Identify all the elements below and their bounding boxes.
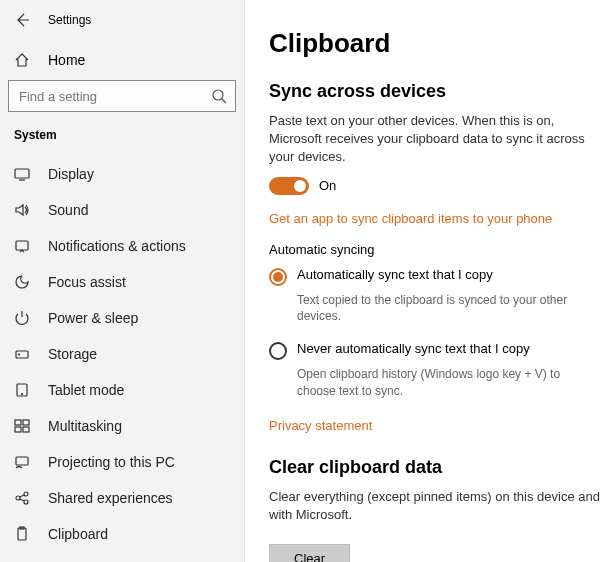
back-button[interactable] <box>14 12 30 28</box>
nav-label: Storage <box>48 346 97 362</box>
nav-item-clipboard[interactable]: Clipboard <box>0 516 244 552</box>
radio-icon <box>269 342 287 360</box>
sync-description: Paste text on your other devices. When t… <box>269 112 600 167</box>
clear-description: Clear everything (except pinned items) o… <box>269 488 600 524</box>
svg-rect-2 <box>16 241 28 250</box>
tablet-icon <box>14 382 32 398</box>
nav-label: Multitasking <box>48 418 122 434</box>
sidebar: Settings Home System Display Sound Notif… <box>0 0 245 562</box>
svg-rect-9 <box>15 427 21 432</box>
home-icon <box>14 52 32 68</box>
clear-button[interactable]: Clear <box>269 544 350 562</box>
clear-heading: Clear clipboard data <box>269 457 600 478</box>
nav-label: Projecting to this PC <box>48 454 175 470</box>
svg-point-4 <box>19 354 20 355</box>
section-title: System <box>0 122 244 156</box>
svg-point-0 <box>213 90 223 100</box>
display-icon <box>14 166 32 182</box>
nav-label: Power & sleep <box>48 310 138 326</box>
nav-item-projecting[interactable]: Projecting to this PC <box>0 444 244 480</box>
radio-icon <box>269 268 287 286</box>
nav-item-display[interactable]: Display <box>0 156 244 192</box>
radio-label: Never automatically sync text that I cop… <box>297 341 530 356</box>
radio-never-sync-desc: Open clipboard history (Windows logo key… <box>297 366 600 400</box>
svg-rect-15 <box>18 528 26 540</box>
svg-rect-1 <box>15 169 29 178</box>
multitasking-icon <box>14 418 32 434</box>
toggle-knob <box>294 180 306 192</box>
nav-label: Shared experiences <box>48 490 173 506</box>
sync-heading: Sync across devices <box>269 81 600 102</box>
nav-list: Display Sound Notifications & actions Fo… <box>0 156 244 562</box>
search-box[interactable] <box>8 80 236 112</box>
sidebar-home[interactable]: Home <box>0 44 244 78</box>
main-content: Clipboard Sync across devices Paste text… <box>245 0 600 562</box>
search-container <box>8 80 236 112</box>
clipboard-icon <box>14 526 32 542</box>
home-label: Home <box>48 52 85 68</box>
power-icon <box>14 310 32 326</box>
app-title: Settings <box>48 13 91 27</box>
sound-icon <box>14 202 32 218</box>
shared-icon <box>14 490 32 506</box>
nav-item-shared[interactable]: Shared experiences <box>0 480 244 516</box>
svg-point-6 <box>22 394 23 395</box>
sidebar-header: Settings <box>0 10 244 44</box>
nav-item-multitasking[interactable]: Multitasking <box>0 408 244 444</box>
nav-label: Tablet mode <box>48 382 124 398</box>
radio-label: Automatically sync text that I copy <box>297 267 493 282</box>
page-title: Clipboard <box>269 28 600 59</box>
radio-never-sync[interactable]: Never automatically sync text that I cop… <box>269 341 600 360</box>
nav-label: Sound <box>48 202 88 218</box>
svg-point-13 <box>24 492 28 496</box>
nav-item-tablet[interactable]: Tablet mode <box>0 372 244 408</box>
sync-toggle-label: On <box>319 178 336 193</box>
projecting-icon <box>14 454 32 470</box>
nav-item-sound[interactable]: Sound <box>0 192 244 228</box>
svg-point-12 <box>16 496 20 500</box>
svg-rect-11 <box>16 457 28 465</box>
svg-rect-8 <box>23 420 29 425</box>
auto-sync-label: Automatic syncing <box>269 242 600 257</box>
sync-toggle[interactable] <box>269 177 309 195</box>
notifications-icon <box>14 238 32 254</box>
nav-item-focus-assist[interactable]: Focus assist <box>0 264 244 300</box>
arrow-left-icon <box>14 12 30 28</box>
svg-rect-3 <box>16 351 28 358</box>
sync-toggle-row: On <box>269 177 600 195</box>
nav-label: Clipboard <box>48 526 108 542</box>
radio-auto-sync-desc: Text copied to the clipboard is synced t… <box>297 292 600 326</box>
search-icon <box>211 88 227 108</box>
get-app-link[interactable]: Get an app to sync clipboard items to yo… <box>269 211 552 226</box>
svg-rect-7 <box>15 420 21 425</box>
radio-auto-sync[interactable]: Automatically sync text that I copy <box>269 267 600 286</box>
search-input[interactable] <box>9 81 235 111</box>
nav-item-power[interactable]: Power & sleep <box>0 300 244 336</box>
svg-point-14 <box>24 500 28 504</box>
nav-label: Focus assist <box>48 274 126 290</box>
privacy-link[interactable]: Privacy statement <box>269 418 372 433</box>
storage-icon <box>14 346 32 362</box>
nav-item-notifications[interactable]: Notifications & actions <box>0 228 244 264</box>
nav-item-storage[interactable]: Storage <box>0 336 244 372</box>
focus-assist-icon <box>14 274 32 290</box>
nav-label: Notifications & actions <box>48 238 186 254</box>
nav-label: Display <box>48 166 94 182</box>
svg-rect-10 <box>23 427 29 432</box>
